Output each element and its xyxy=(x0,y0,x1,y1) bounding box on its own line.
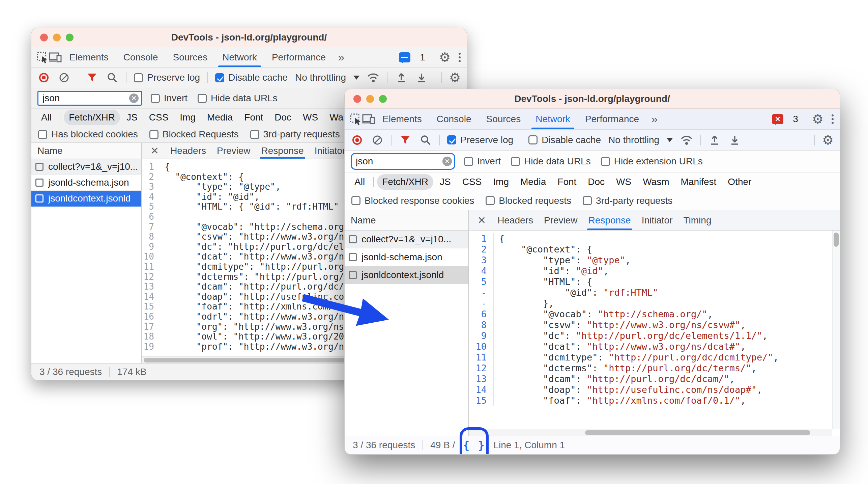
chip-media[interactable]: Media xyxy=(202,110,238,125)
chip-doc[interactable]: Doc xyxy=(269,110,296,125)
import-har-icon[interactable] xyxy=(708,134,721,146)
chip-js[interactable]: JS xyxy=(121,110,143,125)
tab-elements[interactable]: Elements xyxy=(375,109,429,129)
chip-css[interactable]: CSS xyxy=(457,174,487,190)
minimize-window-button[interactable] xyxy=(53,34,61,42)
scrollbar-thumb[interactable] xyxy=(144,358,378,362)
disable-cache-checkbox[interactable]: Disable cache xyxy=(528,135,601,145)
request-checkbox[interactable] xyxy=(35,194,44,203)
throttling-dropdown[interactable]: No throttling xyxy=(295,72,359,83)
zoom-window-button[interactable] xyxy=(66,34,74,42)
network-conditions-icon[interactable] xyxy=(680,134,693,146)
tab-console[interactable]: Console xyxy=(116,47,166,67)
chip-ws[interactable]: WS xyxy=(611,174,636,190)
3rd-party-requests-checkbox[interactable]: 3rd-party requests xyxy=(250,129,340,140)
device-toolbar-icon[interactable] xyxy=(49,51,62,64)
close-window-button[interactable] xyxy=(353,95,361,103)
tab-performance[interactable]: Performance xyxy=(578,109,646,129)
scrollbar-thumb[interactable] xyxy=(834,233,839,247)
record-network-log-icon[interactable] xyxy=(351,134,364,146)
has-blocked-cookies-checkbox[interactable]: Has blocked cookies xyxy=(38,129,138,140)
vertical-scrollbar[interactable] xyxy=(832,231,840,429)
disable-cache-checkbox[interactable]: Disable cache xyxy=(215,72,288,83)
kebab-menu-icon[interactable] xyxy=(457,51,462,63)
filter-input[interactable] xyxy=(37,91,142,106)
filter-input[interactable] xyxy=(351,153,455,170)
network-conditions-icon[interactable] xyxy=(367,71,380,84)
network-settings-gear-icon[interactable]: ⚙ xyxy=(449,71,461,84)
tab-elements[interactable]: Elements xyxy=(62,47,116,67)
request-row[interactable]: jsonldcontext.jsonld xyxy=(31,191,141,207)
tab-network[interactable]: Network xyxy=(528,109,578,129)
detail-tab-response[interactable]: Response xyxy=(256,143,309,159)
clear-filter-icon[interactable]: ✕ xyxy=(129,93,139,103)
tab-sources[interactable]: Sources xyxy=(165,47,215,67)
hide-data-urls-checkbox[interactable]: Hide data URLs xyxy=(511,156,591,167)
detail-tab-headers[interactable]: Headers xyxy=(165,143,211,159)
minimize-window-button[interactable] xyxy=(366,95,374,103)
request-row[interactable]: collect?v=1&_v=j10... xyxy=(31,159,141,175)
horizontal-scrollbar[interactable] xyxy=(469,429,832,436)
chip-doc[interactable]: Doc xyxy=(583,174,610,190)
search-icon[interactable] xyxy=(419,134,432,146)
settings-gear-icon[interactable]: ⚙ xyxy=(812,113,823,126)
request-row[interactable]: jsonld-schema.json xyxy=(31,175,141,191)
preserve-log-checkbox[interactable]: Preserve log xyxy=(134,72,200,83)
request-checkbox[interactable] xyxy=(349,253,357,261)
chip-manifest[interactable]: Manifest xyxy=(676,174,722,190)
name-column-header[interactable]: Name xyxy=(345,210,469,230)
request-row[interactable]: jsonld-schema.json xyxy=(345,248,468,266)
network-settings-gear-icon[interactable]: ⚙ xyxy=(822,134,834,146)
blocked-requests-checkbox[interactable]: Blocked requests xyxy=(486,195,571,206)
chip-other[interactable]: Other xyxy=(723,174,756,190)
export-har-icon[interactable] xyxy=(728,134,741,146)
settings-gear-icon[interactable]: ⚙ xyxy=(439,51,451,64)
chip-fetch-xhr[interactable]: Fetch/XHR xyxy=(64,110,120,125)
tab-sources[interactable]: Sources xyxy=(479,109,528,129)
detail-tab-initiator[interactable]: Initiator xyxy=(636,210,678,230)
tab-performance[interactable]: Performance xyxy=(264,47,333,67)
request-checkbox[interactable] xyxy=(349,235,357,243)
pretty-print-button[interactable]: { } xyxy=(460,436,489,454)
detail-tab-timing[interactable]: Timing xyxy=(678,210,717,230)
request-checkbox[interactable] xyxy=(35,163,44,171)
detail-tab-headers[interactable]: Headers xyxy=(492,210,539,230)
scrollbar-thumb[interactable] xyxy=(585,430,810,435)
errors-badge-icon[interactable]: ✕ xyxy=(772,114,783,124)
hide-data-urls-checkbox[interactable]: Hide data URLs xyxy=(198,93,278,104)
blocked-response-cookies-checkbox[interactable]: Blocked response cookies xyxy=(351,195,474,206)
request-row[interactable]: collect?v=1&_v=j10... xyxy=(345,231,468,248)
clear-filter-icon[interactable]: ✕ xyxy=(442,157,452,166)
chip-ws[interactable]: WS xyxy=(298,110,323,125)
device-toolbar-icon[interactable] xyxy=(362,113,375,126)
inspect-element-icon[interactable] xyxy=(349,113,362,126)
detail-tab-preview[interactable]: Preview xyxy=(211,143,256,159)
chip-img[interactable]: Img xyxy=(175,110,201,125)
chip-js[interactable]: JS xyxy=(435,174,456,190)
more-tabs-icon[interactable]: » xyxy=(646,109,662,129)
request-row[interactable]: jsonldcontext.jsonld xyxy=(345,266,468,284)
close-detail-icon[interactable]: ✕ xyxy=(147,145,162,157)
record-network-log-icon[interactable] xyxy=(37,71,50,84)
export-har-icon[interactable] xyxy=(415,71,428,84)
import-har-icon[interactable] xyxy=(395,71,408,84)
issues-badge-icon[interactable] xyxy=(399,52,410,62)
inspect-element-icon[interactable] xyxy=(36,51,49,64)
throttling-dropdown[interactable]: No throttling xyxy=(608,135,673,145)
more-tabs-icon[interactable]: » xyxy=(333,47,349,67)
tab-console[interactable]: Console xyxy=(429,109,479,129)
close-detail-icon[interactable]: ✕ xyxy=(474,214,489,226)
3rd-party-requests-checkbox[interactable]: 3rd-party requests xyxy=(583,195,672,206)
chip-font[interactable]: Font xyxy=(552,174,581,190)
search-icon[interactable] xyxy=(106,71,119,84)
clear-network-log-icon[interactable] xyxy=(58,71,70,84)
detail-tab-preview[interactable]: Preview xyxy=(539,210,583,230)
invert-checkbox[interactable]: Invert xyxy=(151,93,187,104)
clear-network-log-icon[interactable] xyxy=(371,134,384,146)
name-column-header[interactable]: Name xyxy=(31,143,142,159)
chip-all[interactable]: All xyxy=(36,110,57,125)
chip-img[interactable]: Img xyxy=(488,174,514,190)
detail-tab-response[interactable]: Response xyxy=(583,210,636,230)
chip-wasm[interactable]: Wasm xyxy=(638,174,674,190)
chip-css[interactable]: CSS xyxy=(144,110,174,125)
